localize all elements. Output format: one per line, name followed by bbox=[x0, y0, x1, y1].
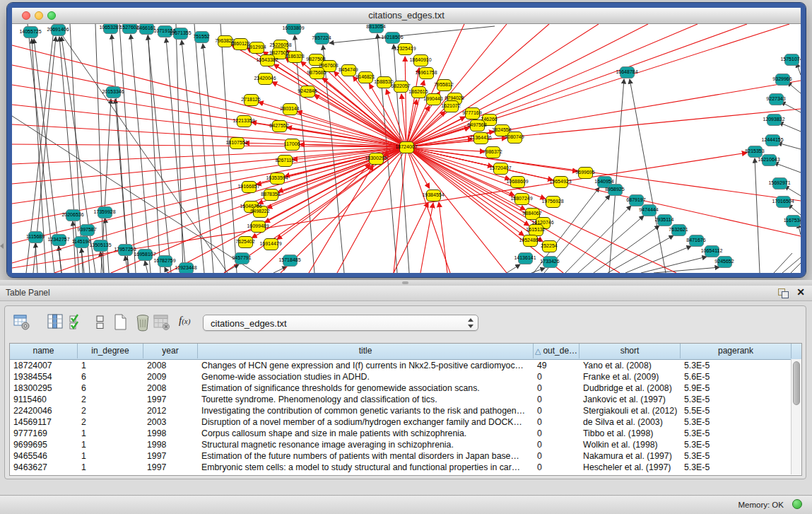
graph-node[interactable] bbox=[80, 224, 95, 236]
graph-node[interactable] bbox=[118, 244, 133, 256]
graph-node[interactable] bbox=[278, 155, 293, 167]
graph-node[interactable] bbox=[288, 51, 302, 63]
table-row[interactable]: 946362711997Embryonic stem cells: a mode… bbox=[10, 462, 801, 473]
graph-node[interactable] bbox=[242, 181, 257, 193]
graph-node[interactable] bbox=[237, 115, 252, 127]
close-panel-button[interactable]: ✕ bbox=[796, 286, 805, 298]
graph-node[interactable] bbox=[283, 255, 298, 267]
graph-node[interactable] bbox=[385, 32, 400, 44]
graph-node[interactable] bbox=[399, 141, 414, 153]
graph-canvas[interactable]: 1872400718300295193845547963822886012889… bbox=[12, 24, 801, 273]
graph-node[interactable] bbox=[98, 206, 112, 218]
graph-node[interactable] bbox=[270, 173, 285, 185]
graph-node[interactable] bbox=[413, 54, 428, 66]
graph-node[interactable] bbox=[283, 103, 298, 115]
graph-node[interactable] bbox=[264, 238, 278, 250]
graph-node[interactable] bbox=[507, 132, 522, 144]
graph-node[interactable] bbox=[553, 176, 568, 188]
graph-node[interactable] bbox=[249, 42, 264, 54]
graph-node[interactable] bbox=[194, 31, 209, 43]
graph-node[interactable] bbox=[23, 26, 38, 38]
graph-node[interactable] bbox=[93, 240, 108, 252]
graph-node[interactable] bbox=[258, 73, 273, 85]
graph-node[interactable] bbox=[66, 209, 81, 221]
graph-node[interactable] bbox=[642, 204, 657, 216]
graph-node[interactable] bbox=[158, 255, 172, 267]
graph-node[interactable] bbox=[705, 245, 719, 257]
graph-node[interactable] bbox=[369, 24, 384, 33]
graph-node[interactable] bbox=[543, 256, 558, 268]
graph-node[interactable] bbox=[473, 132, 488, 144]
graph-node[interactable] bbox=[230, 137, 245, 149]
graph-node[interactable] bbox=[542, 240, 557, 252]
graph-node[interactable] bbox=[510, 176, 525, 188]
graph-node[interactable] bbox=[122, 24, 137, 34]
graph-node[interactable] bbox=[748, 146, 763, 158]
column-header-in_degree[interactable]: in_degree bbox=[78, 344, 143, 358]
graph-node[interactable] bbox=[51, 24, 66, 36]
rows-button[interactable] bbox=[91, 313, 110, 332]
graph-node[interactable] bbox=[74, 236, 89, 248]
graph-node[interactable] bbox=[52, 234, 66, 246]
graph-node[interactable] bbox=[762, 154, 777, 166]
graph-node[interactable] bbox=[158, 25, 172, 37]
graph-node[interactable] bbox=[717, 256, 732, 268]
graph-node[interactable] bbox=[358, 71, 373, 83]
new-column-button[interactable] bbox=[112, 313, 130, 332]
graph-node[interactable] bbox=[251, 221, 266, 233]
table-row[interactable]: 1830029562008Estimation of significance … bbox=[10, 382, 801, 394]
table-scrollbar[interactable] bbox=[791, 359, 801, 474]
graph-node[interactable] bbox=[244, 94, 259, 106]
graph-node[interactable] bbox=[786, 215, 801, 227]
table-settings-button[interactable] bbox=[13, 313, 31, 332]
graph-node[interactable] bbox=[260, 54, 275, 66]
graph-node[interactable] bbox=[285, 139, 300, 151]
graph-node[interactable] bbox=[411, 86, 426, 98]
table-row[interactable]: 946554611997Estimation of the future num… bbox=[10, 450, 801, 462]
table-row[interactable]: 1938455462009Genome-wide association stu… bbox=[10, 371, 801, 382]
graph-node[interactable] bbox=[578, 167, 593, 179]
graph-node[interactable] bbox=[103, 24, 118, 34]
graph-node[interactable] bbox=[264, 189, 278, 201]
graph-node[interactable] bbox=[173, 28, 188, 40]
graph-node[interactable] bbox=[620, 66, 635, 78]
graph-node[interactable] bbox=[377, 76, 392, 88]
graph-node[interactable] bbox=[426, 93, 441, 105]
graph-node[interactable] bbox=[310, 67, 324, 79]
graph-node[interactable] bbox=[523, 235, 538, 247]
graph-node[interactable] bbox=[341, 64, 356, 76]
graph-node[interactable] bbox=[286, 24, 301, 35]
graph-node[interactable] bbox=[253, 206, 268, 218]
graph-node[interactable] bbox=[608, 184, 623, 196]
graph-node[interactable] bbox=[465, 107, 480, 119]
graph-node[interactable] bbox=[765, 134, 780, 146]
graph-node[interactable] bbox=[106, 86, 121, 98]
graph-node[interactable] bbox=[233, 38, 248, 50]
table-row[interactable]: 969969511998Structural magnetic resonanc… bbox=[10, 439, 801, 450]
memory-status-indicator[interactable] bbox=[792, 499, 802, 509]
float-panel-button[interactable] bbox=[778, 288, 788, 298]
graph-node[interactable] bbox=[657, 214, 672, 226]
select-rows-button[interactable] bbox=[68, 313, 86, 332]
graph-node[interactable] bbox=[776, 196, 791, 208]
graph-node[interactable] bbox=[179, 262, 194, 274]
delete-column-button[interactable] bbox=[134, 313, 152, 332]
graph-node[interactable] bbox=[493, 163, 508, 175]
graph-node[interactable] bbox=[138, 249, 153, 261]
graph-node[interactable] bbox=[139, 24, 154, 35]
horizontal-splitter[interactable] bbox=[0, 280, 812, 286]
graph-node[interactable] bbox=[218, 35, 233, 47]
graph-node[interactable] bbox=[300, 86, 315, 98]
graph-node[interactable] bbox=[514, 193, 529, 205]
column-header-pagerank[interactable]: pagerank bbox=[681, 344, 792, 358]
graph-node[interactable] bbox=[689, 235, 704, 247]
graph-node[interactable] bbox=[28, 231, 43, 243]
graph-node[interactable] bbox=[444, 100, 459, 112]
network-window-titlebar[interactable]: citations_edges.txt bbox=[12, 8, 801, 24]
graph-node[interactable] bbox=[394, 81, 408, 93]
graph-node[interactable] bbox=[419, 67, 434, 79]
table-row[interactable]: 911546021997Tourette syndrome. Phenomeno… bbox=[10, 394, 801, 405]
graph-node[interactable] bbox=[767, 114, 782, 126]
graph-node[interactable] bbox=[235, 252, 249, 264]
table-chooser-combo[interactable]: citations_edges.txt bbox=[203, 315, 478, 331]
